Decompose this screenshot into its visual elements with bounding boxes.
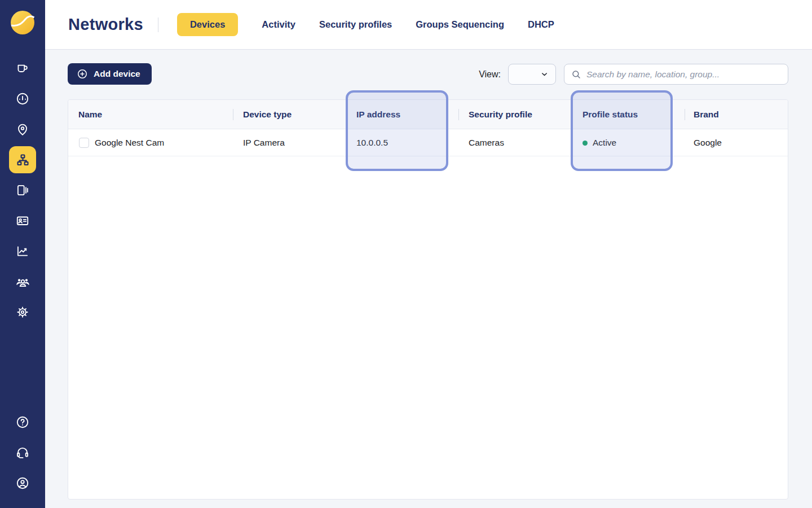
column-divider	[346, 109, 346, 120]
view-select[interactable]	[508, 64, 556, 85]
sidebar-item-gauge[interactable]	[9, 85, 36, 112]
row-profile-status-cell: Active	[582, 129, 616, 156]
table-row[interactable]: Google Nest Cam IP Camera 10.0.0.5 Camer…	[68, 129, 788, 156]
sidebar-item-locations[interactable]	[9, 116, 36, 143]
settings-gear-icon	[15, 305, 30, 319]
view-group: View:	[479, 64, 788, 85]
column-divider	[233, 109, 233, 120]
chevron-down-icon	[540, 70, 549, 78]
door-icon	[15, 183, 30, 198]
header-bar: Networks Devices Activity Security profi…	[45, 0, 812, 50]
sidebar-item-doors[interactable]	[9, 177, 36, 204]
column-divider	[571, 109, 572, 120]
headset-icon	[15, 445, 30, 460]
network-sitemap-icon	[15, 152, 30, 168]
sidebar	[0, 0, 45, 508]
add-device-label: Add device	[94, 69, 140, 79]
title-divider	[158, 17, 158, 32]
column-header-brand[interactable]: Brand	[694, 100, 719, 129]
add-device-button[interactable]: Add device	[68, 63, 152, 85]
sidebar-item-team[interactable]	[9, 268, 36, 295]
column-header-name[interactable]: Name	[78, 100, 102, 129]
devices-table: Name Device type IP address Security pro…	[68, 99, 788, 500]
row-ip-address-cell: 10.0.0.5	[356, 129, 388, 156]
row-device-type-cell: IP Camera	[243, 129, 285, 156]
sidebar-item-networks[interactable]	[9, 146, 36, 173]
device-name: Google Nest Cam	[95, 138, 164, 148]
tab-bar: Devices Activity Security profiles Group…	[177, 13, 554, 36]
account-icon	[15, 476, 30, 491]
sidebar-nav	[9, 55, 36, 329]
search-icon	[571, 69, 581, 80]
row-security-profile-cell: Cameras	[469, 129, 504, 156]
brand-logo-icon	[10, 10, 36, 36]
row-brand-cell: Google	[694, 129, 722, 156]
column-divider	[458, 109, 459, 120]
sidebar-item-help[interactable]	[9, 409, 36, 436]
gauge-icon	[15, 91, 30, 106]
mug-icon	[15, 61, 30, 76]
tab-activity[interactable]: Activity	[262, 19, 295, 30]
column-header-device-type[interactable]: Device type	[243, 100, 292, 129]
column-header-profile-status[interactable]: Profile status	[582, 100, 638, 129]
sidebar-item-support[interactable]	[9, 439, 36, 466]
table-header-row: Name Device type IP address Security pro…	[68, 100, 788, 129]
location-pin-icon	[15, 122, 30, 137]
brand-logo[interactable]	[10, 10, 36, 36]
column-header-security-profile[interactable]: Security profile	[469, 100, 532, 129]
help-icon	[15, 415, 30, 430]
sidebar-footer	[0, 409, 45, 500]
profile-status-label: Active	[593, 138, 616, 148]
tab-security-profiles[interactable]: Security profiles	[319, 19, 392, 30]
search-input[interactable]	[586, 69, 781, 80]
column-header-ip-address[interactable]: IP address	[356, 100, 400, 129]
row-checkbox[interactable]	[79, 138, 89, 148]
line-chart-icon	[15, 244, 30, 259]
search-box	[564, 64, 788, 85]
team-icon	[15, 274, 30, 290]
toolbar: Add device View:	[45, 50, 812, 100]
tab-dhcp[interactable]: DHCP	[528, 19, 554, 30]
badge-card-icon	[15, 213, 30, 228]
column-divider	[685, 109, 685, 120]
status-dot-icon	[582, 141, 588, 146]
sidebar-item-account[interactable]	[9, 470, 36, 497]
view-label: View:	[479, 69, 501, 80]
tab-groups-sequencing[interactable]: Groups Sequencing	[416, 19, 504, 30]
sidebar-item-analytics[interactable]	[9, 238, 36, 265]
plus-circle-icon	[77, 68, 88, 80]
sidebar-item-mug[interactable]	[9, 55, 36, 82]
sidebar-item-settings[interactable]	[9, 299, 36, 326]
row-name-cell: Google Nest Cam	[79, 129, 164, 156]
tab-devices[interactable]: Devices	[177, 13, 238, 36]
sidebar-item-badges[interactable]	[9, 207, 36, 234]
page-title: Networks	[68, 15, 143, 34]
main-content: Add device View:	[45, 50, 812, 508]
